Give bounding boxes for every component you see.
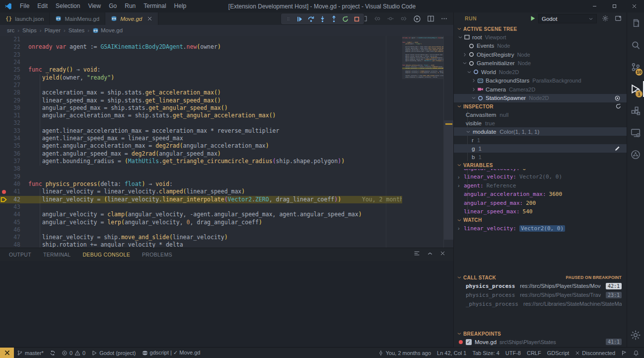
line-number[interactable]: 35 [0,142,28,150]
line-number[interactable]: 26 [0,74,28,82]
breadcrumb-item[interactable]: Player [44,27,61,33]
status-cursor-position[interactable]: Ln 42, Col 1 [434,348,469,358]
open-debug-console-icon[interactable] [615,15,622,22]
breadcrumb-item[interactable]: States [69,27,85,33]
step-back-button[interactable] [372,14,381,23]
inspector-row-visible[interactable]: visibletrue [454,119,627,127]
stack-frame[interactable]: physics_processres://src/Ships/Player/St… [454,281,627,290]
scrollbar-thumb[interactable] [444,120,453,240]
code-editor[interactable]: 2122onready var agent := GSAIKinematicBo… [0,36,453,248]
breadcrumb-item[interactable]: src [7,27,14,33]
inspector-row-modulate[interactable]: modulateColor(1, 1, 1, 1) [454,127,627,136]
watch-header[interactable]: WATCH [454,216,627,224]
scene-node-objectregistry[interactable]: ObjectRegistryNode [454,50,627,59]
close-panel-button[interactable] [440,250,445,257]
panel-tab-terminal[interactable]: TERMINAL [43,252,71,258]
code-line-30[interactable]: 30 angular_speed_max = ship.stats.get_an… [0,104,402,112]
line-number[interactable]: 46 [0,226,28,234]
variable-linear_velocity[interactable]: ›linear_velocity:Vector2(0, 0) [454,224,627,233]
variable-agent[interactable]: ›agent:Reference [454,181,627,190]
status-encoding[interactable]: UTF-8 [502,348,524,358]
code-line-31[interactable]: 31 angular_acceleration_max = ship.stats… [0,112,402,119]
chevron-right-icon[interactable]: › [458,225,464,231]
line-number[interactable]: 34 [0,135,28,142]
code-line-32[interactable]: 32 [0,119,402,127]
code-line-46[interactable]: 46 [0,226,402,234]
stack-frame[interactable]: _physics_processres://src/Libraries/Stat… [454,299,627,308]
chevron-right-icon[interactable] [470,78,477,83]
breakpoints-header[interactable]: BREAKPOINTS [454,330,627,338]
active-scene-tree-header[interactable]: ACTIVE SCENE TREE [454,25,627,33]
status-godot-project-run[interactable]: Godot (project) [88,348,139,358]
line-number[interactable]: 32 [0,119,28,127]
code-line-22[interactable]: 22onready var agent := GSAIKinematicBody… [0,43,402,51]
pencil-icon[interactable] [614,145,621,152]
close-window-icon[interactable] [624,0,644,12]
breakpoint-checkbox[interactable]: ✓ [466,339,472,345]
chevron-right-icon[interactable] [470,87,477,92]
menu-go[interactable]: Go [105,0,121,12]
code-line-34[interactable]: 34 agent.linear_speed_max = linear_speed… [0,135,402,142]
reverse-continue-button[interactable] [386,14,395,23]
status-notifications[interactable] [630,348,642,358]
activitybar-remote-explorer[interactable] [627,122,644,144]
code-line-36[interactable]: 36 agent.angular_speed_max = deg2rad(ang… [0,150,402,158]
variables-header[interactable]: VARIABLES [454,161,627,169]
line-number[interactable]: 47 [0,234,28,241]
inspector-row-g[interactable]: g1 [454,144,627,153]
menu-help[interactable]: Help [170,0,191,12]
line-number[interactable]: 22 [0,43,28,51]
chevron-down-icon[interactable] [466,129,471,134]
code-line-21[interactable]: 21 [0,36,402,43]
more-actions-button[interactable] [439,14,448,23]
code-line-27[interactable]: 27 [0,82,402,89]
code-line-43[interactable]: 43 [0,203,402,211]
step-over-button[interactable] [305,13,317,24]
line-number[interactable]: 31 [0,112,28,119]
tab-move.gd[interactable]: Move.gd [105,12,158,25]
code-line-44[interactable]: 44 angular_velocity = clamp(angular_velo… [0,211,402,218]
status-indentation[interactable]: Tab Size: 4 [469,348,502,358]
breadcrumb-item[interactable]: Ships [22,27,37,33]
code-line-24[interactable]: 24 [0,59,402,66]
inspector-row-r[interactable]: r1 [454,136,627,144]
scene-node-events[interactable]: EventsNode [454,42,627,51]
split-editor-button[interactable] [426,14,435,23]
minimap-slider[interactable] [402,36,443,79]
code-line-28[interactable]: 28 acceleration_max = ship.stats.get_acc… [0,89,402,96]
code-line-23[interactable]: 23 [0,51,402,59]
code-line-26[interactable]: 26 yield(owner, "ready") [0,74,402,82]
menu-selection[interactable]: Selection [52,0,84,12]
line-number[interactable]: 21 [0,36,28,43]
line-number[interactable]: 33 [0,127,28,135]
panel-tab-output[interactable]: OUTPUT [9,252,31,258]
chevron-down-icon[interactable] [466,70,473,75]
filter-button[interactable] [414,250,420,257]
line-number[interactable]: 23 [0,51,28,59]
breakpoint-row[interactable]: ✓Move.gdsrc\Ships\Player\States41:1 [454,338,627,346]
variable-angular_speed_max[interactable]: angular_speed_max:200 [454,199,627,208]
code-line-47[interactable]: 47 linear_velocity = ship.move_and_slide… [0,234,402,241]
launch-config-select[interactable]: Godot [538,14,597,23]
status-gdscript-status[interactable]: gdscript | ✓ Move.gd [139,348,204,358]
inspector-header[interactable]: INSPECTOR [454,102,627,110]
variable-linear_speed_max[interactable]: linear_speed_max:540 [454,207,627,216]
status-git-blame[interactable]: You, 2 months ago [375,348,434,358]
step-into-button[interactable] [317,13,328,24]
status-language-mode[interactable]: GDScript [544,348,572,358]
code-line-29[interactable]: 29 linear_speed_max = ship.stats.get_lin… [0,97,402,104]
menu-edit[interactable]: Edit [33,0,52,12]
code-line-45[interactable]: 45 angular_velocity = lerp(angular_veloc… [0,219,402,226]
line-number[interactable]: 48 [0,241,28,248]
activitybar-search[interactable] [627,34,644,56]
line-number[interactable]: 36 [0,150,28,158]
line-number[interactable]: 28 [0,89,28,96]
stop-button[interactable] [351,13,362,24]
chevron-down-icon[interactable] [470,95,477,100]
breadcrumb-file[interactable]: Move.gd [92,27,123,34]
start-debug-icon[interactable] [529,15,536,22]
code-line-38[interactable]: 38 [0,165,402,173]
line-number[interactable]: 44 [0,211,28,218]
panel-tab-debug-console[interactable]: DEBUG CONSOLE [82,252,130,258]
chevron-right-icon[interactable]: › [458,182,464,188]
